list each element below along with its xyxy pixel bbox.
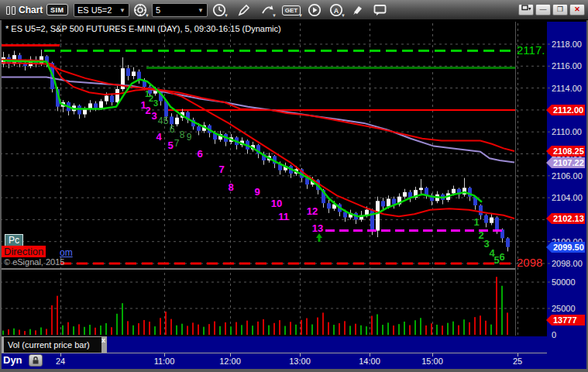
svg-text:5: 5 (167, 140, 173, 151)
red-slow-ma (0, 63, 514, 151)
dyn-mode-label: Dyn (3, 354, 22, 366)
svg-text:8: 8 (228, 181, 233, 193)
up-arrow-marker (316, 233, 322, 242)
svg-text:9: 9 (187, 132, 192, 143)
svg-text:2118.00: 2118.00 (552, 40, 582, 49)
svg-text:5: 5 (163, 115, 169, 126)
svg-text:2102.13: 2102.13 (553, 214, 584, 223)
svg-text:8: 8 (180, 129, 185, 140)
svg-text:2099.50: 2099.50 (553, 243, 584, 252)
svg-text:6: 6 (170, 124, 175, 135)
svg-text:2104.00: 2104.00 (552, 193, 583, 202)
axis-labels: 2118.002116.002114.002112.002110.002108.… (0, 22, 583, 366)
padlock-icon (31, 356, 40, 365)
window-border-left (0, 20, 2, 372)
copyright-notice: © eSignal, 2015 (4, 257, 64, 267)
svg-text:14:00: 14:00 (359, 356, 380, 366)
svg-text:9: 9 (254, 186, 260, 198)
svg-text:2098: 2098 (517, 256, 542, 269)
vendor-link[interactable]: om (60, 247, 73, 258)
svg-text:2106.00: 2106.00 (552, 171, 583, 181)
direction-study-label: Direction (2, 246, 46, 257)
svg-text:4: 4 (158, 115, 163, 126)
svg-text:2112.00: 2112.00 (553, 105, 583, 115)
svg-text:24: 24 (56, 356, 65, 366)
svg-text:13777: 13777 (553, 315, 577, 325)
svg-text:6: 6 (197, 148, 202, 160)
svg-text:6: 6 (499, 251, 504, 263)
grid-lines (0, 23, 550, 336)
chart-window: Chart SIM ES U5=2 ▼ ▼ 5 ▼ (0, 0, 588, 372)
chart-canvas[interactable]: 2117.20981234567891011121312345678912345… (0, 0, 588, 372)
count-annotations: 12345678910111213123456789123456 (140, 89, 504, 267)
svg-text:13: 13 (312, 222, 323, 234)
svg-text:12: 12 (307, 205, 318, 217)
svg-text:7: 7 (174, 138, 180, 149)
svg-text:4: 4 (156, 131, 162, 143)
price-badges: 2112.002108.252107.222102.132099.5013777 (546, 105, 585, 326)
svg-text:2098.00: 2098.00 (552, 259, 583, 268)
chart-symbol-title: * ES U5=2, S&P 500 FUTURES E-MINI (DAY),… (5, 24, 281, 33)
svg-text:25000: 25000 (552, 304, 576, 313)
window-border-bottom (0, 369, 588, 372)
pc-study-label: Pc (5, 234, 23, 246)
scale-lock-button[interactable] (29, 354, 43, 367)
svg-text:12:00: 12:00 (219, 356, 241, 366)
svg-text:11: 11 (278, 211, 289, 222)
svg-text:1: 1 (473, 216, 479, 228)
svg-text:2110.00: 2110.00 (552, 127, 582, 136)
svg-text:2108.25: 2108.25 (553, 146, 584, 156)
svg-text:2116.00: 2116.00 (552, 61, 582, 71)
svg-text:2114.00: 2114.00 (552, 84, 582, 93)
svg-text:50000: 50000 (552, 277, 576, 287)
svg-text:3: 3 (151, 110, 156, 122)
svg-text:0: 0 (552, 330, 556, 339)
svg-text:11:00: 11:00 (154, 356, 175, 366)
svg-text:7: 7 (218, 164, 224, 175)
svg-text:3: 3 (153, 98, 158, 108)
svg-text:2: 2 (145, 105, 150, 116)
horizontal-levels (0, 45, 515, 109)
svg-text:13:00: 13:00 (289, 356, 311, 366)
svg-text:10: 10 (271, 198, 282, 209)
svg-text:2107.22: 2107.22 (553, 158, 584, 167)
dashed-levels: 2117.2098 (44, 43, 545, 269)
svg-text:15:00: 15:00 (421, 356, 443, 366)
svg-text:25: 25 (513, 356, 522, 366)
svg-text:2117.: 2117. (517, 43, 545, 57)
